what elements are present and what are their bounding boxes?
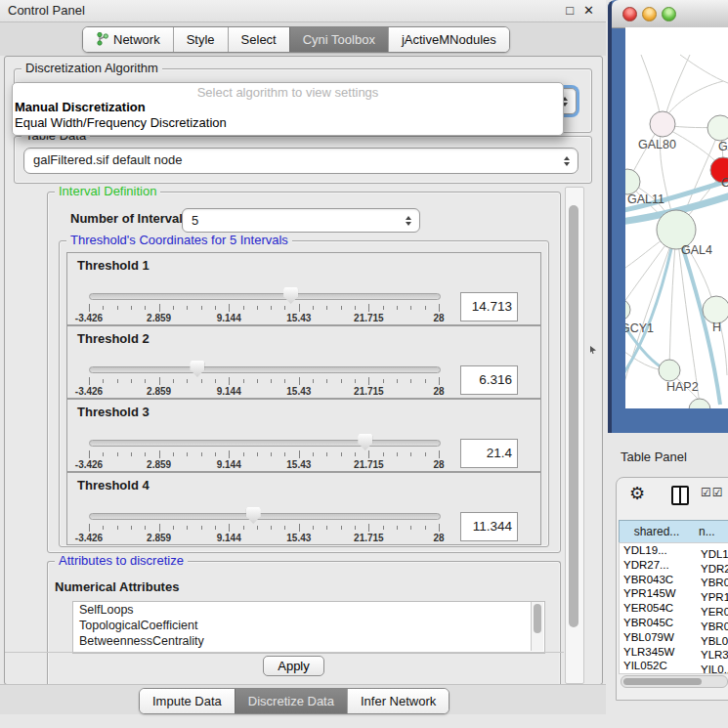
- network-node[interactable]: [650, 111, 675, 137]
- threshold-value-field[interactable]: 21.4: [460, 439, 518, 468]
- table-data-select[interactable]: galFiltered.sif default node: [23, 148, 578, 174]
- tab-network[interactable]: Network: [83, 27, 173, 52]
- split-column-icon[interactable]: [671, 486, 689, 505]
- node-label-gal11: GAL11: [627, 193, 664, 206]
- threshold-value-field[interactable]: 11.344: [460, 512, 518, 541]
- scale-label: 9.144: [217, 386, 241, 397]
- zoom-traffic-light-icon[interactable]: [662, 7, 676, 21]
- tab-discretize-data[interactable]: Discretize Data: [235, 689, 347, 713]
- minimize-traffic-light-icon[interactable]: [642, 7, 657, 21]
- threshold-label: Threshold 3: [77, 405, 150, 419]
- algorithm-popup-options: Manual DiscretizationEqual Width/Frequen…: [13, 100, 563, 131]
- threshold-value-field[interactable]: 14.713: [460, 292, 518, 321]
- algorithm-option-manual-discretization[interactable]: Manual Discretization: [13, 100, 563, 115]
- tab-cyni-toolbox[interactable]: Cyni Toolbox: [289, 27, 388, 52]
- threshold-label: Threshold 2: [77, 331, 150, 346]
- table-rows[interactable]: YDL19...YDL1...YDR27...YDR2...YBR043CYBR…: [620, 543, 728, 673]
- table-row[interactable]: YBR043CYBR0...: [620, 573, 728, 587]
- table-row[interactable]: YLR345WYLR3...: [620, 645, 728, 660]
- scale-label: 21.715: [354, 386, 384, 397]
- number-of-intervals-select[interactable]: 5: [182, 208, 420, 233]
- network-node[interactable]: [707, 115, 728, 141]
- close-traffic-light-icon[interactable]: [622, 7, 637, 21]
- network-canvas[interactable]: GAL80GACGAL11GAL4GCY1HHAP2: [625, 27, 728, 408]
- column-header-shared[interactable]: shared...: [619, 520, 695, 544]
- tab-jactivemnodules[interactable]: jActiveMNodules: [388, 27, 509, 52]
- slider-scale-labels: -3.4262.8599.14415.4321.71528: [89, 313, 439, 323]
- network-node[interactable]: [689, 399, 710, 408]
- slider-track[interactable]: [89, 366, 441, 373]
- attribute-item-betweennesscentrality[interactable]: BetweennessCentrality: [73, 633, 544, 649]
- control-panel-titlebar: Control Panel □ ✕: [0, 0, 606, 22]
- panel-scrollbar[interactable]: [565, 187, 584, 684]
- node-label-c: C: [721, 176, 728, 190]
- tab-impute-data[interactable]: Impute Data: [140, 689, 235, 713]
- slider-ticks: [89, 304, 439, 313]
- network-edge: [677, 233, 700, 405]
- slider-track[interactable]: [89, 440, 441, 447]
- scale-label: 15.43: [286, 533, 311, 543]
- table-row[interactable]: YDR27...YDR2...: [620, 558, 728, 573]
- slider-ticks: [89, 450, 439, 459]
- panel-title: Control Panel: [8, 3, 85, 18]
- network-graph: GAL80GACGAL11GAL4GCY1HHAP2: [625, 27, 728, 408]
- scale-label: 15.43: [286, 459, 311, 470]
- node-label-gcy1: GCY1: [625, 321, 654, 335]
- gear-icon[interactable]: ⚙: [629, 483, 645, 504]
- tab-style[interactable]: Style: [173, 27, 228, 52]
- table-row[interactable]: YBR045CYBR0...: [620, 616, 728, 630]
- attributes-list-scrollbar[interactable]: [531, 602, 543, 651]
- node-label-gal4: GAL4: [681, 243, 712, 257]
- scale-label: 2.859: [147, 386, 171, 397]
- scale-label: 2.859: [147, 533, 171, 543]
- tab-select[interactable]: Select: [228, 27, 289, 52]
- attribute-item-selfloops[interactable]: SelfLoops: [73, 602, 544, 618]
- cell-name: YIL0...: [696, 663, 728, 673]
- tab-label: Impute Data: [152, 694, 222, 708]
- numerical-attributes-list[interactable]: SelfLoopsTopologicalCoefficientBetweenne…: [72, 601, 545, 654]
- table-row[interactable]: YDL19...YDL1...: [620, 543, 728, 558]
- close-icon[interactable]: ✕: [583, 3, 594, 19]
- scale-label: 2.859: [147, 459, 171, 470]
- divider: [5, 652, 564, 653]
- number-of-intervals-value: 5: [192, 209, 398, 232]
- network-node[interactable]: [625, 299, 630, 321]
- table-row[interactable]: YIL052CYIL0...: [620, 659, 728, 673]
- network-node[interactable]: [703, 296, 728, 323]
- slider-thumb[interactable]: [190, 361, 204, 377]
- algorithm-popup: Select algorithm to view settings Manual…: [12, 82, 564, 136]
- table-data-selected-value: galFiltered.sif default node: [33, 149, 556, 171]
- slider-track[interactable]: [89, 513, 441, 520]
- scale-label: -3.426: [75, 533, 103, 543]
- table-row[interactable]: YPR145WYPR1...: [620, 586, 728, 601]
- table-horizontal-scrollbar[interactable]: [621, 675, 728, 688]
- algorithm-option-equal-width-frequency-discretization[interactable]: Equal Width/Frequency Discretization: [13, 115, 563, 131]
- slider-thumb[interactable]: [283, 287, 298, 304]
- attribute-item-topologicalcoefficient[interactable]: TopologicalCoefficient: [73, 618, 544, 633]
- apply-button[interactable]: Apply: [263, 656, 324, 676]
- thresholds-group-title: Threshold's Coordinates for 5 Intervals: [66, 233, 292, 247]
- checkbox-icons[interactable]: ☑☑: [701, 486, 724, 499]
- scale-label: 21.715: [354, 313, 384, 323]
- network-node[interactable]: [659, 360, 680, 381]
- slider-thumb[interactable]: [246, 507, 261, 524]
- slider-thumb[interactable]: [358, 434, 372, 450]
- column-header-name[interactable]: n...: [694, 520, 728, 544]
- network-view-window: GAL80GACGAL11GAL4GCY1HHAP2: [608, 0, 728, 433]
- table-row[interactable]: YER054CYER0...: [620, 601, 728, 616]
- slider-track[interactable]: [89, 293, 441, 300]
- node-label-ga: GA: [718, 140, 728, 153]
- tab-label: Select: [241, 32, 277, 47]
- network-node[interactable]: [625, 169, 640, 194]
- scale-label: 9.144: [217, 533, 241, 543]
- tab-label: Infer Network: [361, 694, 436, 708]
- table-row[interactable]: YBL079WYBL0...: [620, 630, 728, 645]
- threshold-value-field[interactable]: 6.316: [460, 365, 518, 395]
- cell-shared-name: YBR045C: [620, 616, 696, 630]
- float-window-icon[interactable]: □: [566, 3, 574, 19]
- scale-label: 15.43: [286, 386, 311, 397]
- tab-label: Cyni Toolbox: [303, 32, 375, 47]
- tab-infer-network[interactable]: Infer Network: [347, 689, 449, 713]
- scale-label: 9.144: [217, 459, 241, 470]
- network-window-titlebar: [612, 0, 728, 28]
